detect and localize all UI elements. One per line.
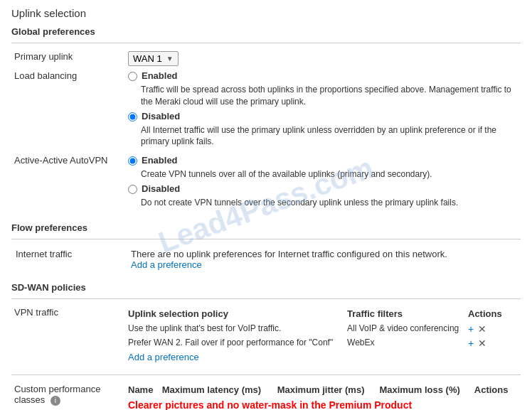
load-balancing-disabled-radio[interactable] (128, 112, 137, 122)
autovpn-label: Active-Active AutoVPN (11, 153, 125, 214)
primary-uplink-row: Primary uplink WAN 1 ▼ (11, 49, 521, 68)
close-icon[interactable]: ✕ (478, 338, 486, 349)
vpn-filter-text: All VoIP & video conferencing (347, 322, 468, 336)
global-preferences-table: Primary uplink WAN 1 ▼ Load balancing En… (11, 49, 521, 214)
primary-uplink-label: Primary uplink (11, 49, 125, 68)
custom-perf-value: Name Maximum latency (ms) Maximum jitter… (125, 381, 521, 410)
col-latency-header: Maximum latency (ms) (162, 383, 277, 398)
primary-uplink-value: WAN 1 ▼ (125, 49, 521, 68)
load-balancing-enabled-desc: Traffic will be spread across both uplin… (141, 84, 518, 108)
autovpn-disabled-desc: Do not create VPN tunnels over the secon… (141, 197, 518, 209)
premium-banner: Clearer pictures and no water-mask in th… (128, 399, 518, 410)
autovpn-disabled-radio[interactable] (128, 185, 137, 194)
load-balancing-disabled-label: Disabled (142, 111, 180, 122)
primary-uplink-dropdown[interactable]: WAN 1 ▼ (128, 51, 179, 66)
add-vpn-preference-link[interactable]: Add a preference (128, 352, 199, 362)
load-balancing-disabled-desc: All Internet traffic will use the primar… (141, 124, 518, 149)
vpn-policy-text: Prefer WAN 2. Fail over if poor performa… (128, 336, 347, 350)
global-preferences-header: Global preferences (11, 26, 521, 37)
autovpn-enabled-desc: Create VPN tunnels over all of the avail… (141, 168, 518, 180)
col-loss-header: Maximum loss (%) (379, 383, 474, 398)
internet-traffic-row: Internet traffic There are no uplink pre… (13, 247, 519, 272)
page-title: Uplink selection (11, 7, 521, 19)
autovpn-disabled-row: Disabled (128, 183, 518, 194)
vpn-traffic-label: VPN traffic (11, 305, 125, 366)
autovpn-row: Active-Active AutoVPN Enabled Create VPN… (11, 153, 521, 214)
vpn-policy-text: Use the uplink that's best for VoIP traf… (128, 322, 347, 336)
close-icon[interactable]: ✕ (478, 323, 486, 335)
vpn-filter-text: WebEx (347, 336, 468, 350)
perf-header-row: Name Maximum latency (ms) Maximum jitter… (128, 383, 518, 398)
col-name-header: Name (128, 383, 162, 398)
chevron-down-icon: ▼ (166, 55, 174, 63)
divider-global (11, 43, 521, 43)
vpn-action-btns: + ✕ (468, 336, 518, 350)
vpn-policy-header-row: Uplink selection policy Traffic filters … (128, 307, 518, 322)
custom-perf-table: Custom performance classes i Name Maximu… (11, 381, 521, 410)
sdwan-policies-header: SD-WAN policies (11, 282, 521, 293)
load-balancing-enabled-row: Enabled (128, 70, 518, 81)
autovpn-enabled-label: Enabled (142, 155, 178, 166)
internet-traffic-label: Internet traffic (13, 247, 127, 272)
load-balancing-label: Load balancing (11, 68, 125, 153)
internet-traffic-desc: There are no uplink preferences for Inte… (131, 249, 516, 259)
add-icon[interactable]: + (468, 323, 474, 335)
sdwan-policies-table: VPN traffic Uplink selection policy Traf… (11, 305, 521, 366)
vpn-policy-row: Use the uplink that's best for VoIP traf… (128, 322, 518, 336)
vpn-action-btns: + ✕ (468, 322, 518, 336)
perf-columns-table: Name Maximum latency (ms) Maximum jitter… (128, 383, 518, 398)
load-balancing-options: Enabled Traffic will be spread across bo… (125, 68, 521, 153)
load-balancing-enabled-label: Enabled (142, 70, 178, 81)
load-balancing-disabled-row: Disabled (128, 111, 518, 122)
autovpn-disabled-label: Disabled (142, 183, 180, 194)
dropdown-value: WAN 1 (133, 53, 162, 64)
custom-perf-row: Custom performance classes i Name Maximu… (11, 381, 521, 410)
load-balancing-row: Load balancing Enabled Traffic will be s… (11, 68, 521, 153)
autovpn-enabled-row: Enabled (128, 155, 518, 166)
internet-traffic-value: There are no uplink preferences for Inte… (128, 247, 519, 272)
vpn-add-row: Add a preference (128, 350, 518, 364)
info-icon[interactable]: i (50, 396, 60, 406)
col-actions-header: Actions (468, 307, 518, 322)
vpn-policy-row: Prefer WAN 2. Fail over if poor performa… (128, 336, 518, 350)
flow-preferences-header: Flow preferences (11, 222, 521, 233)
divider-perf (11, 374, 521, 375)
divider-flow (11, 239, 521, 239)
add-internet-preference-link[interactable]: Add a preference (131, 259, 202, 270)
col-policy-header: Uplink selection policy (128, 307, 347, 322)
vpn-traffic-row: VPN traffic Uplink selection policy Traf… (11, 305, 521, 366)
divider-sdwan (11, 298, 521, 299)
vpn-policy-table: Uplink selection policy Traffic filters … (128, 307, 518, 364)
col-filters-header: Traffic filters (347, 307, 468, 322)
col-actions-header-perf: Actions (474, 383, 518, 398)
autovpn-options: Enabled Create VPN tunnels over all of t… (125, 153, 521, 214)
vpn-traffic-value: Uplink selection policy Traffic filters … (125, 305, 521, 366)
flow-preferences-table: Internet traffic There are no uplink pre… (11, 245, 521, 274)
custom-perf-label: Custom performance classes i (11, 381, 125, 410)
autovpn-enabled-radio[interactable] (128, 156, 137, 166)
load-balancing-enabled-radio[interactable] (128, 72, 137, 81)
col-jitter-header: Maximum jitter (ms) (277, 383, 380, 398)
add-icon[interactable]: + (468, 338, 474, 349)
